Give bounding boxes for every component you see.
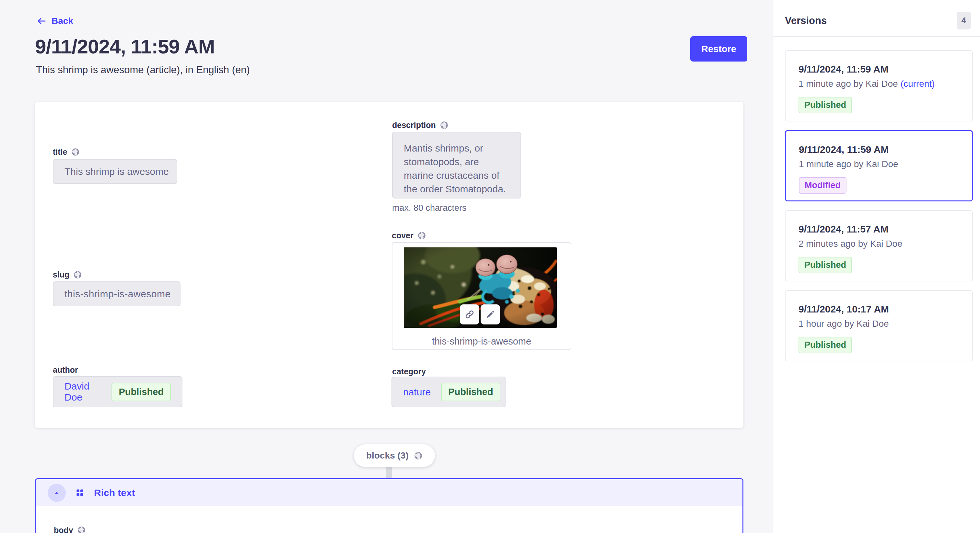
globe-icon [440, 121, 449, 130]
slug-field-label: slug [53, 270, 82, 279]
version-card[interactable]: 9/11/2024, 11:59 AM 1 minute ago by Kai … [785, 50, 973, 121]
blocks-grid-icon [75, 488, 84, 497]
arrow-left-icon [36, 16, 47, 27]
entry-form-card: title This shrimp is awesome description… [35, 102, 743, 428]
globe-icon [71, 148, 80, 156]
category-relation-box: nature Published [391, 377, 506, 408]
cover-image [404, 247, 557, 328]
blocks-pill[interactable]: blocks (3) [354, 444, 435, 467]
version-card-selected[interactable]: 9/11/2024, 11:59 AM 1 minute ago by Kai … [785, 130, 973, 201]
version-meta: 1 hour ago by Kai Doe [799, 319, 972, 329]
version-card[interactable]: 9/11/2024, 11:57 AM 2 minutes ago by Kai… [785, 210, 973, 281]
slug-input: this-shrimp-is-awesome [53, 281, 180, 306]
version-date: 9/11/2024, 11:57 AM [799, 224, 972, 235]
version-date: 9/11/2024, 10:17 AM [799, 304, 972, 315]
version-meta: 1 minute ago by Kai Doe(current) [799, 79, 972, 89]
globe-icon [417, 231, 426, 240]
blocks-pill-label: blocks (3) [366, 451, 409, 461]
rich-text-block-header[interactable]: Rich text [36, 479, 743, 506]
author-status-badge: Published [111, 383, 171, 401]
back-link[interactable]: Back [36, 16, 73, 27]
title-field-label: title [53, 148, 80, 157]
page-title: 9/11/2024, 11:59 AM [35, 35, 215, 58]
description-textarea: Mantis shrimps, or stomatopods, are mari… [392, 132, 521, 198]
chevron-up-icon [53, 489, 60, 497]
cover-card: this-shrimp-is-awesome [392, 242, 571, 350]
sidebar-divider [773, 36, 980, 37]
cover-copy-link-button[interactable] [460, 305, 479, 324]
description-helper: max. 80 characters [392, 203, 467, 213]
author-relation-box: David Doe Published [53, 376, 183, 408]
rich-text-block-panel: Rich text body [35, 478, 743, 533]
link-icon [465, 309, 474, 319]
versions-sidebar: Versions 4 9/11/2024, 11:59 AM 1 minute … [773, 0, 980, 533]
version-date: 9/11/2024, 11:59 AM [799, 64, 972, 75]
version-date: 9/11/2024, 11:59 AM [799, 144, 972, 155]
category-relation-link[interactable]: nature [403, 387, 431, 398]
title-input: This shrimp is awesome [53, 159, 177, 184]
cover-field-label: cover [392, 231, 426, 240]
globe-icon [73, 270, 82, 279]
rich-text-block-title: Rich text [94, 487, 135, 498]
versions-header: Versions 4 [785, 12, 971, 30]
version-status-badge: Modified [799, 177, 846, 194]
author-field-label: author [53, 365, 78, 374]
category-status-badge: Published [441, 383, 500, 401]
blocks-connector [386, 466, 392, 479]
cover-edit-button[interactable] [480, 305, 500, 324]
current-version-link[interactable]: (current) [900, 79, 935, 89]
back-label: Back [51, 16, 73, 26]
version-status-badge: Published [799, 337, 852, 353]
version-card[interactable]: 9/11/2024, 10:17 AM 1 hour ago by Kai Do… [785, 290, 973, 362]
versions-count-badge: 4 [957, 12, 971, 30]
description-field-label: description [392, 121, 449, 130]
versions-title: Versions [785, 15, 827, 27]
body-field-label: body [54, 525, 86, 533]
globe-icon [77, 526, 86, 533]
globe-icon [414, 451, 423, 460]
collapse-toggle-button[interactable] [48, 484, 66, 502]
version-meta: 2 minutes ago by Kai Doe [799, 239, 972, 249]
pencil-icon [485, 309, 495, 319]
restore-button[interactable]: Restore [690, 36, 747, 62]
version-status-badge: Published [799, 257, 852, 273]
version-meta: 1 minute ago by Kai Doe [799, 159, 972, 169]
author-relation-link[interactable]: David Doe [65, 381, 101, 403]
category-field-label: category [392, 367, 426, 376]
page-subtitle: This shrimp is awesome (article), in Eng… [36, 64, 250, 76]
cover-caption: this-shrimp-is-awesome [393, 336, 571, 347]
version-status-badge: Published [799, 97, 852, 113]
